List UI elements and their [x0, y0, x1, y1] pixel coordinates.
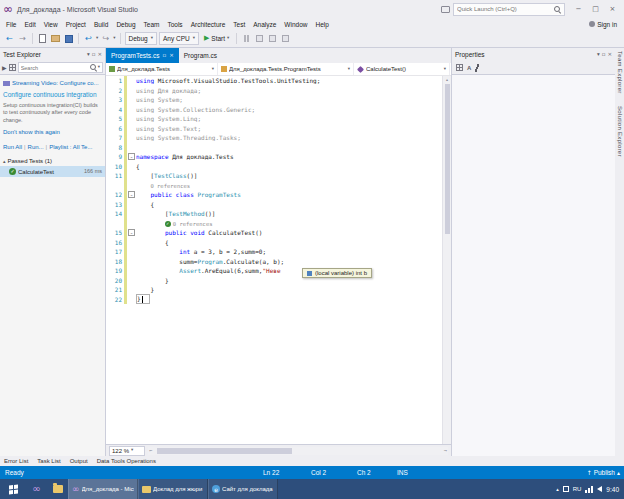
platform-dropdown[interactable]: Any CPU ▾: [159, 32, 199, 45]
redo-dropdown-icon[interactable]: ▾: [113, 36, 115, 41]
bottom-tab-1[interactable]: Error List: [4, 458, 28, 464]
break-all-button[interactable]: [241, 32, 252, 45]
test-search-box[interactable]: ▾: [18, 62, 103, 73]
breadcrumb-1[interactable]: Для_доклада.Tests▾: [106, 63, 218, 75]
feedback-icon[interactable]: [441, 6, 450, 13]
new-file-button[interactable]: [37, 32, 48, 45]
toolbar-button[interactable]: [280, 32, 291, 45]
undo-button[interactable]: ↩: [83, 32, 94, 45]
bottom-tab-3[interactable]: Output: [70, 458, 88, 464]
scrollbar-thumb[interactable]: [445, 84, 450, 234]
toolbar-button[interactable]: [254, 32, 265, 45]
streaming-video-link[interactable]: Streaming Video: Configure co...: [3, 79, 102, 87]
menu-item-architecture[interactable]: Architecture: [187, 21, 230, 28]
start-debug-button[interactable]: ▶ Start ▾: [201, 32, 232, 45]
collapse-icon[interactable]: -: [128, 191, 135, 198]
side-tab-1[interactable]: Team Explorer: [617, 51, 623, 94]
code-line[interactable]: 10{: [106, 162, 442, 172]
run-tests-icon[interactable]: ▶: [2, 65, 7, 71]
quick-launch-input[interactable]: [457, 6, 552, 12]
pin-icon[interactable]: ▫: [92, 52, 96, 58]
volume-icon[interactable]: [597, 486, 602, 492]
test-explorer-header[interactable]: Test Explorer ▾ ▫ ×: [0, 48, 105, 61]
playlist-link[interactable]: Playlist : All Te...: [49, 143, 92, 151]
test-group-header[interactable]: ▴ Passed Tests (1): [0, 157, 105, 165]
close-button[interactable]: ×: [604, 2, 621, 17]
scrollbar-thumb[interactable]: [157, 448, 292, 454]
code-line[interactable]: 7using System.Threading.Tasks;: [106, 133, 442, 143]
collapse-icon[interactable]: -: [128, 229, 135, 236]
scroll-right-icon[interactable]: →: [444, 449, 447, 453]
code-line[interactable]: 11 [TestClass()]: [106, 171, 442, 181]
clock[interactable]: 9:40: [606, 486, 619, 493]
menu-item-window[interactable]: Window: [280, 21, 311, 28]
start-button[interactable]: [0, 479, 26, 499]
dismiss-link[interactable]: Don't show this again: [3, 128, 102, 136]
code-line[interactable]: 12- public class ProgramTests: [106, 190, 442, 200]
code-line[interactable]: 2using Для_доклада;: [106, 86, 442, 96]
group-by-icon[interactable]: [9, 64, 16, 71]
code-line[interactable]: 8: [106, 143, 442, 153]
scroll-up-icon[interactable]: ▴: [446, 76, 448, 83]
code-line[interactable]: 18 summ=Program.Calculate(a, b);: [106, 257, 442, 267]
menu-item-help[interactable]: Help: [311, 21, 332, 28]
code-line[interactable]: 19 Assert.AreEqual(6,summ,"Неве: [106, 266, 442, 276]
menu-item-project[interactable]: Project: [62, 21, 90, 28]
code-line[interactable]: 21 }: [106, 285, 442, 295]
menu-item-tools[interactable]: Tools: [163, 21, 186, 28]
run-link[interactable]: Run...: [28, 143, 44, 151]
zoom-control[interactable]: 122 % ▾: [109, 446, 145, 456]
toolbar-button[interactable]: [267, 32, 278, 45]
open-file-button[interactable]: [50, 32, 61, 45]
run-all-link[interactable]: Run All: [3, 143, 22, 151]
close-icon[interactable]: ×: [169, 53, 174, 59]
test-list-item[interactable]: ✓CalculateTest166 ms: [0, 166, 105, 177]
quick-launch[interactable]: [453, 3, 565, 16]
sign-in-button[interactable]: Sign in: [589, 21, 617, 28]
menu-item-debug[interactable]: Debug: [112, 21, 139, 28]
events-icon[interactable]: [475, 64, 479, 72]
window-position-icon[interactable]: ▾: [597, 52, 600, 58]
pinned-explorer-button[interactable]: [47, 479, 68, 499]
menu-item-build[interactable]: Build: [90, 21, 112, 28]
taskbar-window-3[interactable]: eСайт для доклада п...: [208, 479, 278, 499]
categorized-icon[interactable]: [456, 64, 463, 71]
save-button[interactable]: [63, 32, 74, 45]
code-line[interactable]: 22}: [106, 295, 442, 305]
menu-item-analyze[interactable]: Analyze: [249, 21, 280, 28]
network-icon[interactable]: [585, 486, 593, 493]
configure-ci-link[interactable]: Configure continuous integration: [3, 91, 102, 100]
menu-item-test[interactable]: Test: [229, 21, 249, 28]
pin-icon[interactable]: ▫: [602, 52, 606, 58]
side-tab-2[interactable]: Solution Explorer: [617, 106, 623, 157]
window-position-icon[interactable]: ▾: [87, 52, 90, 58]
editor-tab-2[interactable]: Program.cs: [179, 48, 222, 63]
code-line[interactable]: 20 }: [106, 276, 442, 286]
pinned-vs-button[interactable]: ∞: [26, 479, 47, 499]
menu-item-view[interactable]: View: [40, 21, 62, 28]
action-center-icon[interactable]: [563, 486, 569, 492]
code-editor[interactable]: 1using Microsoft.VisualStudio.TestTools.…: [106, 76, 451, 444]
code-line[interactable]: 6using System.Text;: [106, 124, 442, 134]
codelens-row[interactable]: 0 references: [106, 181, 442, 191]
maximize-button[interactable]: □: [587, 2, 604, 17]
codelens-row[interactable]: ✓0 references: [106, 219, 442, 229]
taskbar-window-1[interactable]: ∞Для_доклада - Micr...: [68, 479, 138, 499]
menu-item-team[interactable]: Team: [140, 21, 164, 28]
menu-item-edit[interactable]: Edit: [20, 21, 39, 28]
language-indicator[interactable]: RU: [573, 486, 582, 492]
redo-button[interactable]: ↪: [100, 32, 111, 45]
code-line[interactable]: 4using System.Collections.Generic;: [106, 105, 442, 115]
debug-target-dropdown[interactable]: Debug ▾: [125, 32, 157, 45]
code-line[interactable]: 3using System;: [106, 95, 442, 105]
collapse-icon[interactable]: -: [128, 153, 135, 160]
menu-item-file[interactable]: File: [2, 21, 20, 28]
horizontal-scrollbar[interactable]: ← →: [148, 447, 448, 455]
code-line[interactable]: 5using System.Linq;: [106, 114, 442, 124]
taskbar-window-2[interactable]: Доклад для жюри: [138, 479, 208, 499]
code-line[interactable]: 16 {: [106, 238, 442, 248]
code-line[interactable]: 14 [TestMethod()]: [106, 209, 442, 219]
undo-dropdown-icon[interactable]: ▾: [96, 36, 98, 41]
alphabetical-icon[interactable]: A: [467, 65, 471, 71]
editor-tab-1[interactable]: ProgramTests.cs▫×: [106, 48, 179, 63]
